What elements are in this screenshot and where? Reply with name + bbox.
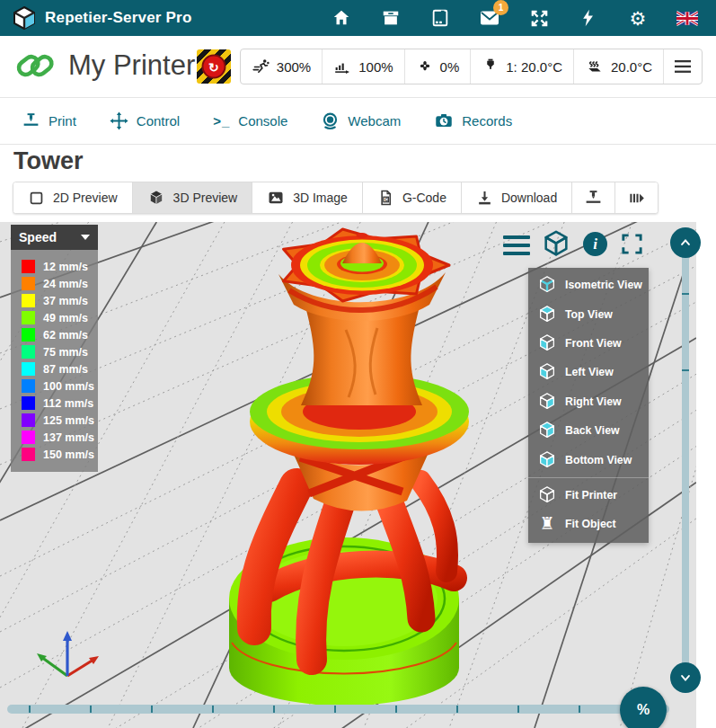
viewer-info-icon[interactable]: i [583, 232, 607, 256]
scrollbar-tick [29, 706, 31, 713]
bed-temp-value: 20.0°C [611, 59, 652, 75]
legend-item: 37 mm/s [11, 292, 98, 309]
fan-button[interactable]: 0% [404, 49, 471, 84]
view-menu-label: Isometric View [565, 279, 642, 291]
legend-color-swatch [22, 294, 35, 307]
print-model-button[interactable] [571, 182, 614, 213]
scroll-down-button[interactable] [670, 662, 701, 693]
fullscreen-icon[interactable] [620, 232, 644, 260]
legend-title: Speed [19, 230, 57, 244]
language-flag-icon[interactable] [676, 7, 698, 29]
scroll-up-button[interactable] [670, 227, 701, 258]
3d-preview-button[interactable]: 3D Preview [132, 182, 252, 213]
legend-label: 100 mm/s [43, 380, 94, 393]
scrollbar-tick [682, 369, 689, 371]
view-menu-item-left-view[interactable]: Left View [528, 358, 649, 386]
tab-console[interactable]: >_ Console [213, 113, 287, 129]
viewer-3d: Speed 12 mm/s24 mm/s37 mm/s49 mm/s62 mm/… [0, 222, 696, 728]
console-icon: >_ [213, 113, 230, 129]
connected-link-icon [14, 47, 56, 84]
chevron-down-icon [677, 670, 694, 686]
tab-print[interactable]: Print [22, 111, 76, 130]
printer-name: My Printer [68, 49, 195, 82]
layer-animation-button[interactable] [614, 182, 658, 213]
speed-icon [252, 58, 270, 76]
view-cube-icon [537, 421, 557, 440]
rook-icon: ♜ [537, 514, 557, 534]
legend-label: 75 mm/s [43, 346, 88, 359]
bed-temp-button[interactable]: 20.0°C [573, 49, 663, 84]
home-icon[interactable] [331, 7, 352, 29]
tab-print-label: Print [49, 113, 76, 129]
download-button[interactable]: Download [461, 182, 571, 213]
gcode-label: G-Code [402, 191, 446, 205]
legend-color-swatch [22, 362, 35, 376]
printer-menu-button[interactable] [663, 49, 702, 84]
legend-color-swatch [22, 379, 35, 393]
view-menu-item-fit-object[interactable]: ♜Fit Object [528, 510, 649, 538]
view-menu-item-isometric-view[interactable]: Isometric View [528, 271, 649, 299]
horizontal-layer-scrollbar[interactable] [7, 705, 669, 714]
legend-label: 150 mm/s [43, 448, 94, 461]
expand-icon[interactable] [528, 7, 550, 29]
scrollbar-tick [517, 706, 519, 713]
viewer-views-icon[interactable] [541, 229, 571, 263]
vertical-layer-scrollbar[interactable] [682, 256, 689, 670]
legend-color-swatch [22, 396, 35, 410]
settings-gear-icon[interactable]: ⚙ [627, 7, 649, 29]
app-title: Repetier-Server Pro [45, 9, 191, 27]
scrollbar-tick [90, 706, 92, 713]
bolt-icon[interactable] [578, 7, 599, 29]
legend-label: 137 mm/s [43, 431, 94, 444]
tab-webcam-label: Webcam [348, 113, 401, 129]
flow-multiplier-button[interactable]: 100% [322, 49, 403, 84]
legend-color-swatch [22, 260, 35, 273]
menu-divider [528, 477, 649, 478]
view-menu-item-fit-printer[interactable]: Fit Printer [528, 481, 649, 510]
flow-value: 100% [358, 59, 393, 75]
view-menu-label: Bottom View [565, 454, 632, 466]
view-menu-item-back-view[interactable]: Back View [528, 416, 649, 445]
view-menu-item-right-view[interactable]: Right View [528, 387, 649, 416]
viewer-menu-icon[interactable] [503, 235, 530, 260]
extruder-temp-value: 1: 20.0°C [506, 59, 562, 75]
3d-image-button[interactable]: 3D Image [252, 182, 362, 213]
legend-label: 12 mm/s [43, 261, 88, 273]
legend-item: 12 mm/s [11, 258, 98, 275]
speed-legend: Speed 12 mm/s24 mm/s37 mm/s49 mm/s62 mm/… [11, 225, 98, 472]
mail-icon[interactable]: 1 [479, 7, 500, 29]
legend-label: 49 mm/s [43, 312, 88, 324]
book-icon[interactable] [429, 7, 451, 29]
tab-control[interactable]: Control [110, 111, 180, 130]
legend-label: 62 mm/s [43, 329, 88, 342]
scrollbar-tick [579, 706, 580, 713]
chevron-down-icon [81, 235, 90, 240]
view-menu-label: Right View [565, 395, 622, 408]
view-menu-item-top-view[interactable]: Top View [528, 299, 649, 328]
emergency-stop-button[interactable]: ↻ [197, 49, 231, 84]
tab-webcam[interactable]: Webcam [321, 111, 401, 130]
legend-item: 112 mm/s [11, 395, 98, 412]
tab-control-label: Control [137, 113, 180, 129]
2d-preview-button[interactable]: 2D Preview [13, 182, 132, 213]
view-menu-label: Back View [565, 424, 620, 437]
download-icon [476, 190, 493, 207]
download-label: Download [501, 191, 557, 205]
top-navbar: Repetier-Server Pro 1 ⚙ [0, 0, 716, 36]
storage-box-icon[interactable] [380, 7, 402, 29]
tab-records[interactable]: Records [434, 111, 512, 130]
speed-legend-items: 12 mm/s24 mm/s37 mm/s49 mm/s62 mm/s75 mm… [11, 250, 98, 472]
navbar-icons: 1 ⚙ [331, 7, 703, 29]
view-menu-item-front-view[interactable]: Front View [528, 329, 649, 358]
legend-label: 87 mm/s [43, 363, 88, 376]
extruder-temp-button[interactable]: 1: 20.0°C [470, 49, 573, 84]
speed-multiplier-button[interactable]: 300% [241, 49, 322, 84]
tab-records-label: Records [462, 113, 512, 129]
gcode-button[interactable]: G G-Code [362, 182, 461, 213]
view-menu-label: Fit Printer [565, 489, 617, 502]
legend-mode-select[interactable]: Speed [11, 225, 98, 250]
percent-button[interactable]: % [620, 687, 667, 728]
view-menu-item-bottom-view[interactable]: Bottom View [528, 445, 649, 474]
heated-bed-icon [585, 58, 605, 75]
cube-3d-icon [147, 189, 165, 207]
